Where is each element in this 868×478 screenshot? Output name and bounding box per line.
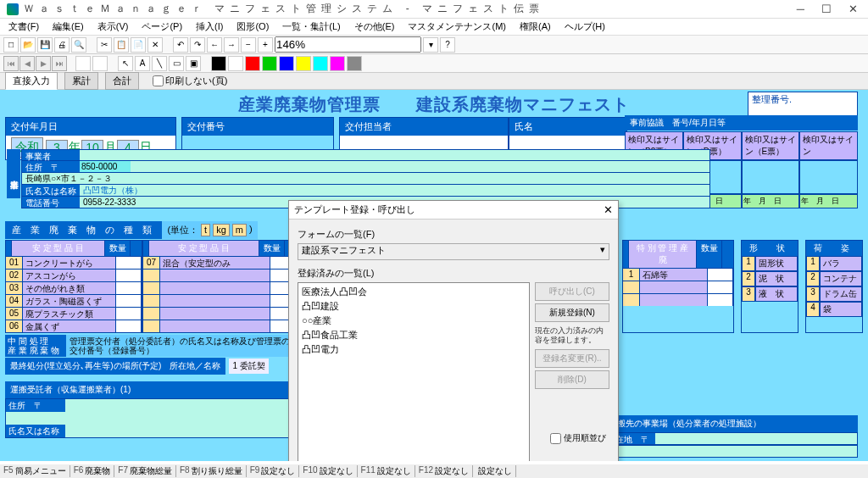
- tool-check-icon[interactable]: ▣: [186, 56, 201, 71]
- unit-t[interactable]: t: [201, 224, 210, 236]
- swatch-none[interactable]: [92, 56, 108, 71]
- color-yellow[interactable]: [296, 56, 311, 71]
- zoom-drop-icon[interactable]: ▾: [423, 37, 438, 53]
- tb-cut-icon[interactable]: ✂: [97, 37, 112, 53]
- tb-paste-icon[interactable]: 📄: [131, 37, 146, 53]
- dest-addr[interactable]: [655, 433, 857, 444]
- fkey[interactable]: F7廃棄物総量: [114, 465, 176, 477]
- tab-total[interactable]: 累計: [64, 72, 98, 90]
- menu-shape[interactable]: 図形(O): [231, 19, 274, 35]
- fkey[interactable]: F8割り振り総量: [176, 465, 247, 477]
- template-item[interactable]: 凸凹電力: [302, 342, 526, 357]
- color-gray[interactable]: [347, 56, 362, 71]
- template-item[interactable]: 凸凹食品工業: [302, 328, 526, 342]
- tb-print-icon[interactable]: 🖨: [54, 37, 70, 53]
- color-green[interactable]: [262, 56, 277, 71]
- template-item[interactable]: 凸凹建設: [302, 299, 526, 314]
- print-suppress-check[interactable]: 印刷しない(頁): [153, 75, 227, 87]
- nav-prev-icon[interactable]: ◀: [19, 56, 35, 71]
- unit-kg[interactable]: kg: [213, 224, 230, 236]
- waste-item[interactable]: アスコンがら: [23, 270, 116, 281]
- tb-undo-icon[interactable]: ↶: [173, 37, 188, 53]
- tool-line-icon[interactable]: ╲: [152, 56, 167, 71]
- color-blue[interactable]: [279, 56, 294, 71]
- dialog-close-icon[interactable]: ✕: [604, 203, 613, 216]
- tb-preview-icon[interactable]: 🔍: [71, 37, 86, 53]
- zoom-out-icon[interactable]: −: [241, 37, 256, 53]
- maximize-button[interactable]: ☐: [818, 3, 835, 15]
- menu-edit[interactable]: 編集(E): [47, 19, 89, 35]
- waste-qty[interactable]: [116, 270, 142, 281]
- fkey[interactable]: F6廃棄物: [70, 465, 115, 477]
- fkey[interactable]: F12設定なし: [415, 465, 473, 477]
- fkey[interactable]: F9設定なし: [247, 465, 300, 477]
- waste-item[interactable]: コンクリートがら: [23, 257, 116, 269]
- tb-back-icon[interactable]: ←: [207, 37, 222, 53]
- shape-option[interactable]: 泥 状: [755, 271, 798, 286]
- menu-other[interactable]: その他(E): [349, 19, 400, 35]
- waste-qty[interactable]: [116, 320, 142, 332]
- menu-master[interactable]: マスタメンテナンス(M): [403, 19, 511, 35]
- pkg-option[interactable]: 袋: [820, 302, 862, 317]
- stamp-date-4[interactable]: 年 月 日: [799, 194, 858, 208]
- tb-help-icon[interactable]: ?: [440, 37, 455, 53]
- tb-redo-icon[interactable]: ↷: [190, 37, 205, 53]
- fkey[interactable]: F11設定なし: [358, 465, 415, 477]
- waste-item[interactable]: ガラス・陶磁器くず: [23, 295, 116, 307]
- menu-document[interactable]: 文書(F): [3, 19, 44, 35]
- menu-list[interactable]: 一覧・集計(L): [277, 19, 345, 35]
- waste-qty[interactable]: [116, 308, 142, 320]
- template-item[interactable]: 医療法人凸凹会: [302, 285, 526, 299]
- swatch-white[interactable]: [75, 56, 91, 71]
- shape-option[interactable]: 固形状: [755, 256, 798, 271]
- color-red[interactable]: [245, 56, 260, 71]
- tb-copy-icon[interactable]: 📋: [114, 37, 129, 53]
- tb-save-icon[interactable]: 💾: [37, 37, 53, 53]
- coll-name[interactable]: [65, 425, 298, 437]
- menu-insert[interactable]: 挿入(I): [191, 19, 228, 35]
- sort-by-use-check[interactable]: 使用順並び: [550, 432, 606, 444]
- fkey[interactable]: 設定なし: [473, 465, 516, 477]
- pkg-option[interactable]: ドラム缶: [820, 286, 862, 302]
- color-black[interactable]: [211, 56, 226, 71]
- address-input[interactable]: 長崎県○×市１－２－３: [22, 173, 709, 184]
- fkey[interactable]: F5簡易メニュー: [0, 465, 70, 477]
- minimize-button[interactable]: ─: [793, 3, 808, 15]
- menu-page[interactable]: ページ(P): [136, 19, 187, 35]
- fkey[interactable]: F10設定なし: [299, 465, 357, 477]
- tab-sum[interactable]: 合計: [105, 72, 139, 90]
- company-name[interactable]: 凸凹電力（株）: [80, 185, 709, 196]
- call-button[interactable]: 呼び出し(C): [535, 282, 609, 301]
- waste-qty[interactable]: [116, 257, 142, 269]
- stamp-date-3[interactable]: 年 月 日: [742, 194, 800, 208]
- menu-view[interactable]: 表示(V): [92, 19, 134, 35]
- color-cyan[interactable]: [313, 56, 328, 71]
- template-item[interactable]: ○○産業: [302, 314, 526, 328]
- zoom-input[interactable]: [275, 36, 421, 53]
- delete-button[interactable]: 削除(D): [535, 370, 609, 389]
- color-white[interactable]: [228, 56, 243, 71]
- rename-button[interactable]: 登録名変更(R)..: [535, 349, 609, 368]
- tb-delete-icon[interactable]: ✕: [147, 37, 163, 53]
- color-magenta[interactable]: [330, 56, 345, 71]
- tb-new-icon[interactable]: □: [3, 37, 19, 53]
- tool-rect-icon[interactable]: ▭: [169, 56, 184, 71]
- waste-item[interactable]: その他がれき類: [23, 282, 116, 294]
- pkg-option[interactable]: バラ: [820, 256, 862, 271]
- close-button[interactable]: ✕: [845, 3, 861, 15]
- tool-pointer-icon[interactable]: ↖: [118, 56, 133, 71]
- waste-item[interactable]: 廃プラスチック類: [23, 308, 116, 320]
- unit-m3[interactable]: m: [232, 224, 247, 236]
- new-register-button[interactable]: 新規登録(N): [535, 303, 609, 322]
- nav-first-icon[interactable]: ⏮: [3, 56, 19, 71]
- menu-permission[interactable]: 権限(A): [515, 19, 556, 35]
- nav-next-icon[interactable]: ▶: [36, 56, 51, 71]
- postal-input[interactable]: 850-0000: [80, 161, 131, 172]
- waste-item[interactable]: 金属くず: [23, 320, 116, 332]
- shape-option[interactable]: 液 状: [755, 286, 798, 302]
- tb-open-icon[interactable]: 📂: [20, 37, 36, 53]
- pkg-option[interactable]: コンテナ: [820, 271, 862, 286]
- menu-help[interactable]: ヘルプ(H): [559, 19, 610, 35]
- tb-fwd-icon[interactable]: →: [224, 37, 239, 53]
- zoom-in-icon[interactable]: +: [258, 37, 273, 53]
